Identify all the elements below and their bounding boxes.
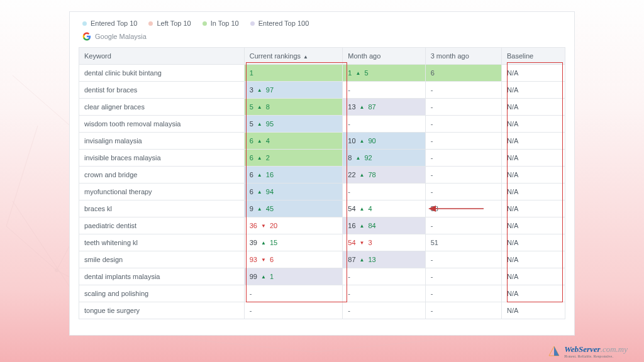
cell-quarter: 51 [425, 234, 501, 251]
cell-current: 9 ▲ 45 [244, 200, 343, 217]
search-engine-source: Google Malaysia [82, 32, 565, 41]
cell-keyword: myofunctional therapy [79, 184, 245, 200]
table-header-row: Keyword Current rankings▲ Month ago 3 mo… [79, 48, 565, 65]
cell-month: 54 ▲ 4 [343, 200, 425, 217]
table-row[interactable]: clear aligner braces5 ▲ 813 ▲ 87-N/A [79, 99, 565, 116]
google-icon [82, 32, 91, 41]
cell-baseline: N/A [501, 65, 565, 82]
cell-baseline: N/A [501, 99, 565, 116]
col-quarter[interactable]: 3 month ago [425, 48, 501, 65]
rankings-panel: Entered Top 10 Left Top 10 In Top 10 Ent… [69, 11, 575, 336]
rankings-table: Keyword Current rankings▲ Month ago 3 mo… [79, 47, 565, 319]
sort-asc-icon: ▲ [303, 54, 308, 60]
cell-keyword: scaling and polishing [79, 285, 245, 302]
cell-keyword: braces kl [79, 200, 245, 217]
table-row[interactable]: dental implants malaysia99 ▲ 1--N/A [79, 268, 565, 285]
table-row[interactable]: crown and bridge6 ▲ 1622 ▲ 78-N/A [79, 167, 565, 184]
legend-dot-icon [82, 21, 87, 26]
table-row[interactable]: invisible braces malaysia6 ▲ 28 ▲ 92-N/A [79, 150, 565, 167]
cell-baseline: N/A [501, 234, 565, 251]
cell-quarter: - [425, 217, 501, 234]
cell-current: 6 ▲ 16 [244, 167, 343, 184]
cell-keyword: smile design [79, 251, 245, 268]
table-row[interactable]: teeth whitening kl39 ▲ 1554 ▼ 351N/A [79, 234, 565, 251]
legend-dot-icon [203, 21, 207, 26]
table-row[interactable]: smile design93 ▼ 687 ▲ 13-N/A [79, 251, 565, 268]
table-row[interactable]: myofunctional therapy6 ▲ 94--N/A [79, 184, 565, 200]
cell-quarter: - [425, 133, 501, 150]
cell-month: - [343, 285, 425, 302]
cell-keyword: crown and bridge [79, 167, 245, 184]
cell-month: 54 ▼ 3 [343, 234, 425, 251]
cell-baseline: N/A [501, 167, 565, 184]
cell-current: - [244, 285, 343, 302]
col-month[interactable]: Month ago [343, 48, 425, 65]
col-keyword[interactable]: Keyword [79, 48, 245, 65]
legend-entered-top10: Entered Top 10 [82, 19, 137, 27]
cell-month: - [343, 184, 425, 200]
cell-month: 1 ▲ 5 [343, 65, 425, 82]
table-row[interactable]: invisalign malaysia6 ▲ 410 ▲ 90-N/A [79, 133, 565, 150]
cell-current: 36 ▼ 20 [244, 217, 343, 234]
table-row[interactable]: dental clinic bukit bintang1 1 ▲ 56N/A [79, 65, 565, 82]
cell-month: - [343, 82, 425, 99]
cell-baseline: N/A [501, 251, 565, 268]
cell-month: 13 ▲ 87 [343, 99, 425, 116]
cell-quarter: 6 [425, 65, 501, 82]
cell-quarter: - [425, 99, 501, 116]
legend-in-top10: In Top 10 [203, 19, 239, 27]
cell-current: 39 ▲ 15 [244, 234, 343, 251]
cell-month: 22 ▲ 78 [343, 167, 425, 184]
legend-dot-icon [250, 21, 255, 26]
table-row[interactable]: wisdom tooth removal malaysia5 ▲ 95--N/A [79, 116, 565, 133]
legend-label: Left Top 10 [157, 19, 191, 27]
cell-keyword: wisdom tooth removal malaysia [79, 116, 245, 133]
cell-keyword: dental clinic bukit bintang [79, 65, 245, 82]
cell-month: 8 ▲ 92 [343, 150, 425, 167]
col-baseline[interactable]: Baseline [501, 48, 565, 65]
table-row[interactable]: braces kl9 ▲ 4554 ▲ 458N/A [79, 200, 565, 217]
legend-label: In Top 10 [211, 19, 239, 27]
table-row[interactable]: tongue tie surgery---N/A [79, 302, 565, 319]
table-body: dental clinic bukit bintang1 1 ▲ 56N/Ade… [79, 65, 565, 319]
cell-quarter: - [425, 82, 501, 99]
cell-month: - [343, 268, 425, 285]
cell-quarter: - [425, 150, 501, 167]
cell-keyword: clear aligner braces [79, 99, 245, 116]
table-row[interactable]: paediatric dentist36 ▼ 2016 ▲ 84-N/A [79, 217, 565, 234]
cell-quarter: - [425, 116, 501, 133]
cell-keyword: teeth whitening kl [79, 234, 245, 251]
cell-baseline: N/A [501, 150, 565, 167]
cell-baseline: N/A [501, 302, 565, 319]
cell-current: 99 ▲ 1 [244, 268, 343, 285]
cell-current: 5 ▲ 95 [244, 116, 343, 133]
cell-current: 6 ▲ 4 [244, 133, 343, 150]
cell-keyword: paediatric dentist [79, 217, 245, 234]
cell-quarter: - [425, 268, 501, 285]
cell-baseline: N/A [501, 184, 565, 200]
cell-current: 6 ▲ 94 [244, 184, 343, 200]
cell-baseline: N/A [501, 217, 565, 234]
cell-baseline: N/A [501, 200, 565, 217]
legend: Entered Top 10 Left Top 10 In Top 10 Ent… [82, 19, 565, 27]
cell-keyword: invisible braces malaysia [79, 150, 245, 167]
cell-current: 3 ▲ 97 [244, 82, 343, 99]
cell-keyword: invisalign malaysia [79, 133, 245, 150]
cell-month: 16 ▲ 84 [343, 217, 425, 234]
cell-quarter: - [425, 167, 501, 184]
legend-label: Entered Top 100 [258, 19, 309, 27]
cell-quarter: - [425, 184, 501, 200]
col-current[interactable]: Current rankings▲ [244, 48, 343, 65]
table-row[interactable]: dentist for braces3 ▲ 97--N/A [79, 82, 565, 99]
source-label: Google Malaysia [95, 33, 147, 40]
cell-month: - [343, 302, 425, 319]
cell-baseline: N/A [501, 82, 565, 99]
cell-keyword: dentist for braces [79, 82, 245, 99]
legend-entered-top100: Entered Top 100 [250, 19, 309, 27]
cell-baseline: N/A [501, 268, 565, 285]
cell-current: 93 ▼ 6 [244, 251, 343, 268]
cell-current: 5 ▲ 8 [244, 99, 343, 116]
cell-current: - [244, 302, 343, 319]
legend-left-top10: Left Top 10 [148, 19, 191, 27]
table-row[interactable]: scaling and polishing---N/A [79, 285, 565, 302]
